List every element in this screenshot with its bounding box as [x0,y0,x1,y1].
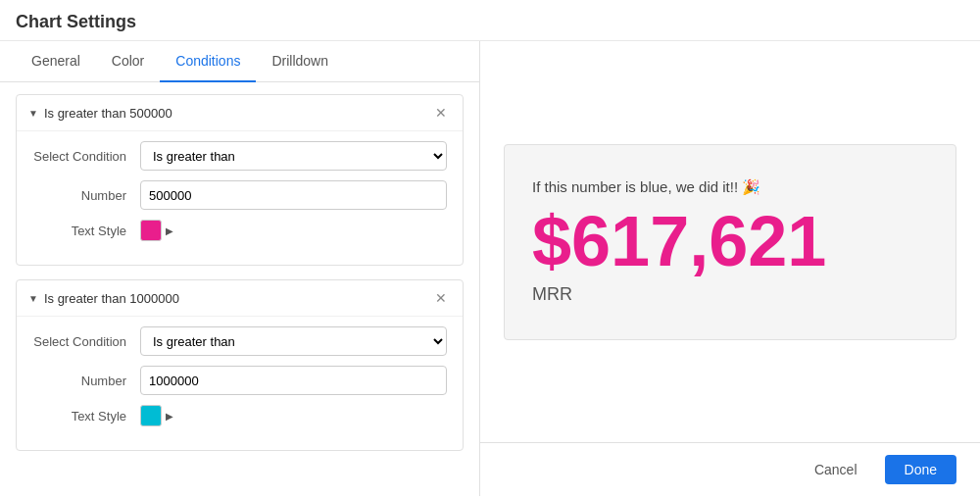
swatch-arrow-2[interactable]: ▶ [166,411,173,422]
preview-area: If this number is blue, we did it!! 🎉 $6… [480,41,980,442]
left-panel: General Color Conditions Drilldown ▼ Is … [0,41,480,496]
conditions-list: ▼ Is greater than 500000 ✕ Select Condit… [0,82,479,496]
tab-general[interactable]: General [16,41,96,82]
tab-conditions[interactable]: Conditions [160,41,256,82]
preview-value: $617,621 [532,206,928,276]
condition-2-select[interactable]: Is greater than Is less than Is equal to… [140,326,447,356]
cancel-button[interactable]: Cancel [797,455,875,484]
footer-actions: Cancel Done [480,442,980,496]
page-title: Chart Settings [0,0,980,41]
condition-2-title: Is greater than 1000000 [44,291,179,306]
condition-header-1[interactable]: ▼ Is greater than 500000 ✕ [17,95,463,130]
text-style-label-2: Text Style [32,409,140,424]
condition-block-2: ▼ Is greater than 1000000 ✕ Select Condi… [16,279,464,451]
condition-1-select[interactable]: Is greater than Is less than Is equal to… [140,141,447,171]
condition-2-select-row: Select Condition Is greater than Is less… [32,326,447,356]
select-condition-label-1: Select Condition [32,149,140,164]
condition-2-close-icon[interactable]: ✕ [431,288,451,308]
condition-block-1: ▼ Is greater than 500000 ✕ Select Condit… [16,94,464,266]
select-condition-label-2: Select Condition [32,334,140,349]
preview-subtitle: If this number is blue, we did it!! 🎉 [532,178,928,196]
condition-1-number-input[interactable] [140,180,447,210]
tabs-bar: General Color Conditions Drilldown [0,41,479,82]
condition-1-body: Select Condition Is greater than Is less… [17,130,463,265]
condition-2-number-row: Number [32,366,447,395]
right-panel: If this number is blue, we did it!! 🎉 $6… [480,41,980,496]
tab-drilldown[interactable]: Drilldown [256,41,344,82]
condition-2-body: Select Condition Is greater than Is less… [17,316,463,450]
text-style-label-1: Text Style [32,224,140,238]
chevron-down-icon-2: ▼ [28,293,38,304]
condition-1-style-row: Text Style ▶ [32,220,447,241]
condition-2-style-row: Text Style ▶ [32,405,447,426]
condition-1-number-row: Number [32,180,447,210]
preview-label: MRR [532,284,928,305]
condition-1-title: Is greater than 500000 [44,106,172,121]
condition-2-number-input[interactable] [140,366,447,395]
condition-header-2[interactable]: ▼ Is greater than 1000000 ✕ [17,280,463,316]
color-swatch-2[interactable] [140,405,162,426]
number-label-1: Number [32,188,140,203]
condition-1-close-icon[interactable]: ✕ [431,103,451,123]
swatch-arrow-1[interactable]: ▶ [166,225,173,236]
number-label-2: Number [32,374,140,388]
chevron-down-icon: ▼ [28,108,38,119]
tab-color[interactable]: Color [96,41,160,82]
color-swatch-1[interactable] [140,220,162,241]
done-button[interactable]: Done [885,455,956,484]
preview-box: If this number is blue, we did it!! 🎉 $6… [504,144,956,340]
condition-1-select-row: Select Condition Is greater than Is less… [32,141,447,171]
